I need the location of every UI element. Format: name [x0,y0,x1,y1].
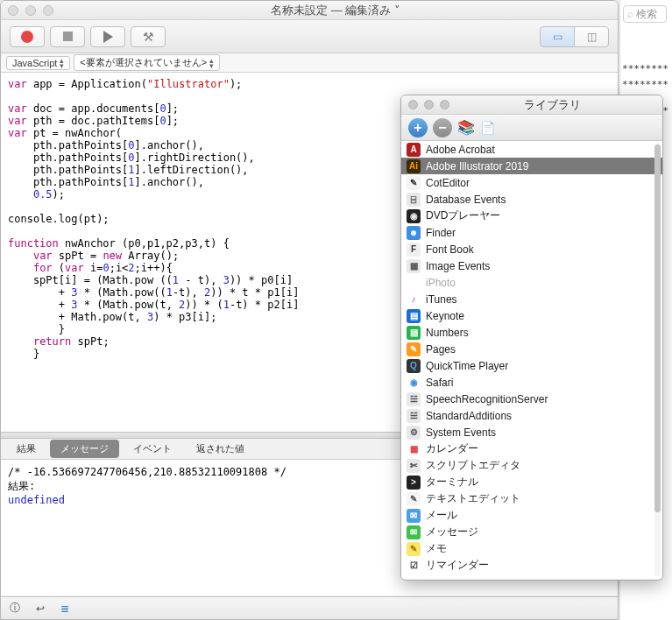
books-icon[interactable]: 📚 [457,119,475,136]
tab-messages[interactable]: メッセージ [50,440,119,458]
library-item[interactable]: FFont Book [401,241,662,257]
app-icon: ☱ [407,409,421,423]
library-item[interactable]: ✎メモ [401,540,662,557]
app-icon: ◉ [407,209,421,223]
add-button[interactable]: + [408,118,428,137]
screen-icon: ▭ [553,31,562,43]
library-item-label: Numbers [426,327,469,339]
app-icon: ✉ [407,509,421,523]
library-item[interactable]: ▦カレンダー [401,440,662,457]
stop-icon [63,32,73,41]
library-item-label: ターミナル [426,475,478,490]
library-item-label: Adobe Illustrator 2019 [426,160,528,173]
app-icon: ⚙ [407,426,421,440]
scrollbar[interactable] [654,143,661,576]
app-icon: A [407,143,421,157]
minimize-icon[interactable] [25,5,36,16]
toolbar: ⚒ ▭ ◫ [1,20,618,53]
library-item[interactable]: AAdobe Acrobat [401,141,662,158]
info-icon[interactable]: ⓘ [10,601,20,616]
app-icon: ☑ [407,559,421,573]
library-titlebar[interactable]: ライブラリ [401,95,662,115]
library-item[interactable]: ◉DVDプレーヤー [401,208,662,224]
library-item-label: スクリプトエディタ [426,458,520,473]
window-title: 名称未設定 — 編集済み ˅ [60,3,611,18]
app-icon: ✎ [407,542,421,556]
app-icon: F [407,243,421,257]
traffic-lights[interactable] [408,100,449,109]
document-icon[interactable]: 📄 [480,121,495,135]
library-item-label: メモ [426,541,447,556]
app-icon: ◉ [407,376,421,390]
app-icon: ▤ [407,309,421,323]
plus-icon: + [414,120,421,136]
view-segment: ▭ ◫ [540,26,609,47]
close-icon[interactable] [8,5,18,16]
stop-button[interactable] [50,26,85,47]
app-icon: ▦ [407,259,421,273]
selector-bar: JavaScript ▴▾ <要素が選択されていません> ▴▾ [1,53,618,73]
titlebar[interactable]: 名称未設定 — 編集済み ˅ [1,1,618,20]
tab-results[interactable]: 結果 [6,440,46,458]
library-item[interactable]: ☻Finder [401,224,662,241]
library-item[interactable]: ▤Numbers [401,324,662,341]
scrollbar-thumb[interactable] [654,144,661,512]
library-item[interactable]: ✎Pages [401,341,662,357]
remove-button[interactable]: − [433,118,452,137]
search-input[interactable]: ⌕ 検索 [623,5,667,23]
library-item-label: Database Events [426,194,506,206]
app-icon: > [407,476,421,490]
element-label: <要素が選択されていません> [80,56,207,69]
library-item[interactable]: ✎テキストエディット [401,490,662,507]
library-item-label: Safari [426,377,453,389]
library-item-label: メール [426,508,457,523]
library-item-label: StandardAdditions [426,410,512,422]
app-icon: ✎ [407,342,421,356]
library-item[interactable]: ☑リマインダー [401,557,662,574]
library-item[interactable]: ✉メール [401,507,662,524]
library-item-label: メッセージ [426,525,478,539]
language-selector[interactable]: JavaScript ▴▾ [6,56,70,70]
library-item[interactable]: ✎CotEditor [401,174,662,191]
library-item-label: Keynote [426,310,464,322]
zoom-icon[interactable] [43,5,53,16]
list-icon[interactable]: ≣ [60,602,69,615]
app-icon: Q [407,359,421,373]
library-item-label: QuickTime Player [426,360,508,372]
play-icon [103,31,113,43]
minimize-icon[interactable] [424,100,434,109]
run-button[interactable] [90,26,125,47]
close-icon[interactable] [408,100,418,109]
library-list[interactable]: AAdobe AcrobatAiAdobe Illustrator 2019✎C… [401,141,662,579]
record-button[interactable] [10,26,45,47]
view-full-button[interactable]: ▭ [540,26,575,47]
reply-icon[interactable]: ↩ [36,602,45,615]
library-item: iPhoto [401,274,662,291]
library-item[interactable]: ✄スクリプトエディタ [401,457,662,474]
library-item-label: DVDプレーヤー [426,208,500,223]
library-item-label: Image Events [426,260,490,272]
zoom-icon[interactable] [440,100,449,109]
library-item[interactable]: ▦Image Events [401,257,662,274]
tab-events[interactable]: イベント [123,440,182,458]
library-item[interactable]: ⌸Database Events [401,191,662,208]
library-item-label: Finder [426,227,456,239]
library-item[interactable]: AiAdobe Illustrator 2019 [401,158,662,174]
library-item[interactable]: ◉Safari [401,374,662,391]
library-item[interactable]: ▤Keynote [401,307,662,324]
library-item[interactable]: ⚙System Events [401,424,662,440]
element-selector[interactable]: <要素が選択されていません> ▴▾ [74,54,220,71]
library-item[interactable]: ✉メッセージ [401,524,662,540]
tab-returned[interactable]: 返された値 [186,440,255,458]
library-item[interactable]: ☱SpeechRecognitionServer [401,391,662,407]
traffic-lights[interactable] [8,5,53,16]
build-button[interactable]: ⚒ [131,26,166,47]
app-icon: ☻ [407,226,421,240]
library-item[interactable]: QQuickTime Player [401,357,662,374]
library-item[interactable]: >ターミナル [401,474,662,490]
library-item[interactable]: ☱StandardAdditions [401,407,662,424]
split-icon: ◫ [587,31,597,43]
library-item[interactable]: ♪iTunes [401,291,662,307]
view-split-button[interactable]: ◫ [574,26,609,47]
app-icon: ✄ [407,459,421,473]
